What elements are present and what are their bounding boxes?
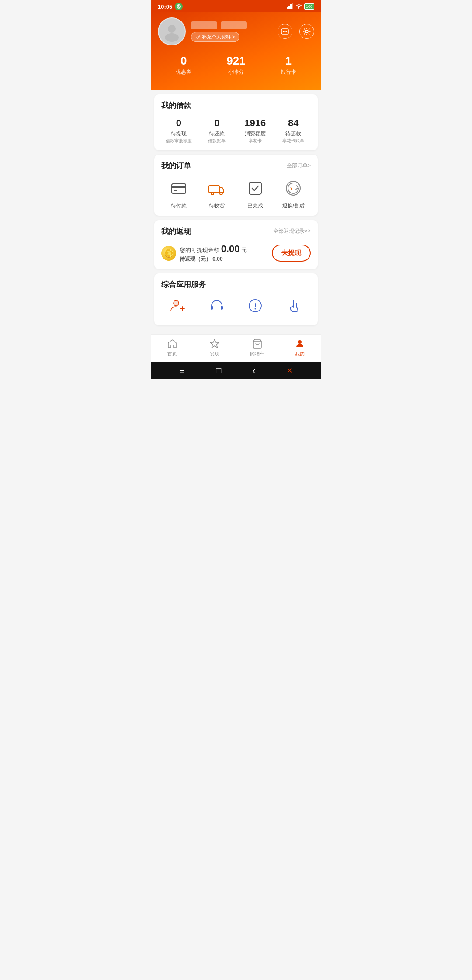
services-header: 综合应用服务 <box>161 280 311 290</box>
username-block2 <box>221 21 247 29</box>
settings-btn[interactable] <box>299 24 314 39</box>
android-nav-bar: ≡ □ ‹ ✕ <box>151 362 321 379</box>
nav-mine[interactable]: 我的 <box>279 338 322 357</box>
nav-cart[interactable]: 购物车 <box>236 338 279 357</box>
nav-discover[interactable]: 发现 <box>194 338 236 357</box>
coin-icon: 🪙 <box>161 246 176 261</box>
service-item-3[interactable] <box>278 297 311 317</box>
android-back-btn[interactable]: ‹ <box>253 366 256 376</box>
username-block1 <box>191 21 217 29</box>
orders-title: 我的订单 <box>161 161 191 171</box>
touch-icon <box>285 297 303 315</box>
order-refund[interactable]: ¥ 退换/售后 <box>276 178 311 210</box>
order-refund-icon: ¥ <box>283 178 304 199</box>
android-home-btn[interactable]: □ <box>216 366 221 376</box>
svg-rect-14 <box>174 190 177 191</box>
android-extra-btn: ✕ <box>287 366 292 375</box>
cashback-main: 您的可提现金额 0.00 元 <box>180 243 272 255</box>
svg-point-16 <box>211 192 214 195</box>
stats-row: 0 优惠券 921 小咔分 1 银行卡 <box>158 54 314 76</box>
svg-point-8 <box>285 31 286 32</box>
services-title: 综合应用服务 <box>161 280 206 290</box>
orders-grid: 待付款 待收货 已完成 <box>161 178 311 210</box>
header-right <box>278 24 314 39</box>
svg-point-11 <box>305 30 308 33</box>
loan-item-3[interactable]: 84 待还款 享花卡账单 <box>276 117 311 144</box>
username-blur <box>191 21 247 29</box>
services-grid <box>161 297 311 319</box>
cashback-card: 我的返现 全部返现记录>> 🪙 您的可提现金额 0.00 元 待返现（元） 0.… <box>154 220 318 269</box>
svg-rect-15 <box>209 186 219 193</box>
profile-left: 补充个人资料 > <box>158 17 247 45</box>
order-complete-icon <box>245 178 266 199</box>
loan-item-0[interactable]: 0 待提现 借款审批额度 <box>161 117 196 144</box>
bottom-nav: 首页 发现 购物车 我的 <box>151 334 321 362</box>
svg-rect-12 <box>172 184 186 193</box>
order-complete[interactable]: 已完成 <box>238 178 273 210</box>
status-time: 10:05 <box>158 3 172 10</box>
cashback-text: 您的可提现金额 0.00 元 待返现（元） 0.00 <box>180 243 272 263</box>
withdraw-btn[interactable]: 去提现 <box>272 245 311 262</box>
app-notification-icon <box>175 3 183 10</box>
status-icons: 100 <box>287 3 314 10</box>
service-item-0[interactable] <box>161 297 195 317</box>
svg-point-5 <box>168 25 176 33</box>
headset-icon <box>208 297 226 315</box>
order-payment[interactable]: 待付款 <box>161 178 196 210</box>
header-section: 补充个人资料 > 0 优惠券 <box>151 12 321 90</box>
svg-rect-2 <box>288 6 290 9</box>
svg-rect-25 <box>211 306 213 310</box>
orders-header: 我的订单 全部订单> <box>161 161 311 171</box>
svg-marker-30 <box>210 339 219 348</box>
stat-coupons[interactable]: 0 优惠券 <box>158 54 210 76</box>
loans-header: 我的借款 <box>161 100 311 110</box>
orders-link[interactable]: 全部订单> <box>287 162 311 169</box>
orders-card: 我的订单 全部订单> 待付款 <box>154 155 318 216</box>
cashback-link[interactable]: 全部返现记录>> <box>273 228 311 235</box>
loan-item-1[interactable]: 0 待还款 借款账单 <box>200 117 235 144</box>
services-card: 综合应用服务 <box>154 273 318 325</box>
svg-point-17 <box>220 192 222 195</box>
wifi-icon <box>295 3 302 10</box>
profile-info: 补充个人资料 > <box>191 21 247 42</box>
cart-icon <box>252 338 263 349</box>
profile-complete-btn[interactable]: 补充个人资料 > <box>191 32 239 42</box>
service-item-2[interactable] <box>239 297 272 317</box>
loans-title: 我的借款 <box>161 100 191 110</box>
profile-row: 补充个人资料 > <box>158 17 314 45</box>
svg-rect-18 <box>249 182 261 194</box>
svg-rect-4 <box>292 3 293 9</box>
order-delivery[interactable]: 待收货 <box>200 178 235 210</box>
svg-rect-3 <box>290 4 292 9</box>
status-bar: 10:05 100 <box>151 0 321 12</box>
svg-point-7 <box>283 31 285 32</box>
stat-points[interactable]: 921 小咔分 <box>210 54 262 76</box>
person-add-icon <box>169 297 187 315</box>
svg-point-29 <box>255 308 256 310</box>
loan-item-2[interactable]: 1916 消费额度 享花卡 <box>238 117 273 144</box>
stat-bankcard[interactable]: 1 银行卡 <box>262 54 314 76</box>
battery-icon: 100 <box>304 3 314 10</box>
avatar[interactable] <box>158 17 186 45</box>
person-icon <box>294 338 305 349</box>
star-icon <box>209 338 220 349</box>
alert-icon <box>246 297 264 315</box>
signal-icon <box>287 3 294 10</box>
svg-point-6 <box>165 33 179 42</box>
android-menu-btn[interactable]: ≡ <box>180 366 185 376</box>
svg-rect-1 <box>287 7 288 9</box>
message-btn[interactable] <box>278 24 292 39</box>
cashback-title: 我的返现 <box>161 226 191 236</box>
svg-text:¥: ¥ <box>290 186 293 191</box>
home-icon <box>167 338 178 349</box>
nav-home[interactable]: 首页 <box>151 338 194 357</box>
order-payment-icon <box>168 178 189 199</box>
svg-point-32 <box>298 340 302 344</box>
service-item-1[interactable] <box>200 297 234 317</box>
loans-grid: 0 待提现 借款审批额度 0 待还款 借款账单 1916 消费额度 享花卡 84… <box>161 117 311 144</box>
svg-rect-26 <box>221 306 223 310</box>
order-delivery-icon <box>206 178 227 199</box>
svg-point-21 <box>173 300 179 306</box>
svg-point-9 <box>286 31 287 32</box>
loans-card: 我的借款 0 待提现 借款审批额度 0 待还款 借款账单 1916 消费额度 享… <box>154 94 318 150</box>
